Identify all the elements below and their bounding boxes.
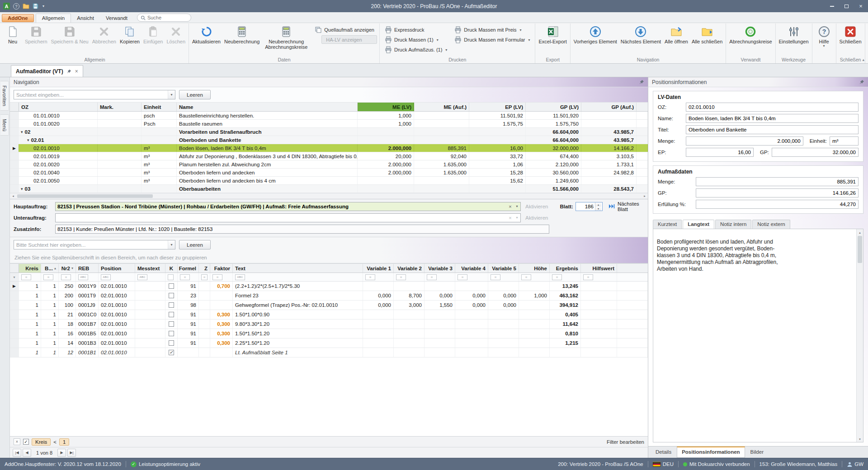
tab-langtext[interactable]: Langtext xyxy=(683,220,714,229)
checkbox-unchecked[interactable] xyxy=(169,312,174,317)
next-sheet-icon[interactable] xyxy=(608,204,615,209)
filter-cell-v2[interactable]: = xyxy=(394,273,425,281)
kopieren-button[interactable]: Kopieren xyxy=(118,24,142,56)
measure-column-header-v2[interactable]: Variable 2 xyxy=(394,264,425,273)
checkbox-unchecked[interactable] xyxy=(169,293,174,298)
alle-oeffnen-button[interactable]: Alle öffnen xyxy=(663,24,690,56)
aufmass-gp-field[interactable] xyxy=(696,188,859,197)
name-field[interactable] xyxy=(686,114,859,123)
abrechnungskreise-button[interactable]: Abrechnungskreise xyxy=(727,24,774,56)
filter-cell-v4[interactable]: = xyxy=(455,273,488,281)
filter-cell-hilfswert[interactable]: = xyxy=(581,273,617,281)
close-button[interactable]: × xyxy=(854,0,868,12)
menge-field[interactable] xyxy=(686,136,803,146)
langtext-area[interactable]: Boden profilgerecht lösen und laden, Abf… xyxy=(653,229,863,442)
scroll-up-icon[interactable]: ▴ xyxy=(857,229,863,235)
aktualisieren-button[interactable]: Aktualisieren xyxy=(190,24,222,56)
hilfe-button[interactable]: ?Hilfe▾ xyxy=(814,24,835,56)
addone-app-button[interactable]: AddOne xyxy=(2,14,34,22)
horizontal-scrollbar[interactable]: ◂ ▸ xyxy=(10,193,648,199)
nav-column-header-me-lv[interactable]: ME (LV) xyxy=(358,103,414,111)
measure-column-header-text[interactable]: Text xyxy=(233,264,363,273)
help-icon[interactable]: ? xyxy=(13,3,19,9)
measure-column-header-nr[interactable]: Nr2▾ xyxy=(59,264,76,273)
prev-record-button[interactable]: ◀ xyxy=(23,449,31,457)
measure-column-header-messtext[interactable]: Messtext xyxy=(135,264,165,273)
aufmass-menge-field[interactable] xyxy=(696,177,859,186)
expressdruck-button[interactable]: Expressdruck xyxy=(382,25,450,34)
tab-positionsinformationen[interactable]: Positionsinformationen xyxy=(677,446,745,458)
tab-notiz-intern[interactable]: Notiz intern xyxy=(715,220,751,229)
checkbox-unchecked[interactable] xyxy=(169,340,174,346)
qat-dropdown-icon[interactable]: ▾ xyxy=(42,4,44,8)
speichern-button[interactable]: Speichern xyxy=(23,24,49,56)
oz-field[interactable] xyxy=(686,103,859,112)
clear-icon[interactable]: × xyxy=(507,204,514,209)
chevron-down-icon[interactable]: ▾ xyxy=(514,216,520,220)
blatt-input[interactable] xyxy=(576,202,595,211)
filter-checkbox[interactable]: ✓ xyxy=(23,439,29,445)
scroll-down-icon[interactable]: ▾ xyxy=(857,436,863,442)
naechstes-blatt-button[interactable]: Nächstes Blatt xyxy=(618,201,644,212)
sidebar-item-menue[interactable]: Menü xyxy=(0,114,9,136)
measure-search-input[interactable] xyxy=(14,242,168,248)
nav-row-03[interactable]: ▾03Oberbauarbeiten51.566,00028.543,7 xyxy=(10,185,648,193)
navigation-clear-button[interactable]: Leeren xyxy=(179,90,211,99)
aktivieren-button[interactable]: Aktivieren xyxy=(525,204,548,209)
nav-row-02.01.0010[interactable]: ▶02.01.0010m³Boden lösen, laden BK 3/4 T… xyxy=(10,144,648,152)
navigation-search-input[interactable] xyxy=(14,92,168,98)
measure-column-header-ergebnis[interactable]: Ergebnis xyxy=(550,264,581,273)
gp-field[interactable] xyxy=(772,148,859,157)
nav-row-02[interactable]: ▾02Vorarbeiten und Straßenaufbruch66.604… xyxy=(10,128,648,136)
nav-row-02.01.0050[interactable]: 02.01.0050m³Oberboden liefern und andeck… xyxy=(10,177,648,185)
checkbox-unchecked[interactable] xyxy=(169,331,174,336)
next-record-button[interactable]: ▶ xyxy=(57,449,66,457)
chevron-down-icon[interactable]: ▾ xyxy=(514,204,520,208)
spin-down-icon[interactable]: ▾ xyxy=(595,207,601,211)
ribbon-search[interactable] xyxy=(137,14,191,22)
nav-column-header-ep-lv[interactable]: EP (LV) xyxy=(469,103,526,111)
save-icon[interactable] xyxy=(33,3,38,9)
tab-kurztext[interactable]: Kurztext xyxy=(653,220,682,229)
einfuegen-button[interactable]: Einfügen xyxy=(142,24,165,56)
tab-bilder[interactable]: Bilder xyxy=(746,446,768,458)
filter-cell-hoehe[interactable]: = xyxy=(519,273,550,281)
filter-cell-v1[interactable]: = xyxy=(363,273,394,281)
naechstes-element-button[interactable]: Nächstes Element xyxy=(619,24,663,56)
filter-cell-v3[interactable]: = xyxy=(425,273,455,281)
nav-row-02.01.0020[interactable]: 02.01.0020m³Planum herstellen zul. Abwei… xyxy=(10,160,648,169)
filter-value-chip[interactable]: 1 xyxy=(59,438,69,446)
filter-cell-reb[interactable]: ABC xyxy=(76,273,99,281)
neu-button[interactable]: Neu xyxy=(2,24,23,56)
nav-row-02.01.0019[interactable]: 02.01.0019m³Abfuhr zur Deponierung , Bod… xyxy=(10,152,648,160)
filter-edit-button[interactable]: Filter bearbeiten xyxy=(607,439,644,445)
druck-aufmasszus-button[interactable]: Druck Aufmaßzus. (1)▾ xyxy=(382,45,450,54)
measure-row-3[interactable]: 111000001J902.01.001098Gehwegformel (Tra… xyxy=(10,301,648,310)
measure-column-header-v3[interactable]: Variable 3 xyxy=(425,264,455,273)
maximize-button[interactable] xyxy=(839,0,854,12)
alle-schliessen-button[interactable]: Alle schließen xyxy=(690,24,724,56)
ha-lv-anzeigen-button[interactable]: HA-LV anzeigen xyxy=(321,35,377,44)
filter-operator[interactable]: < xyxy=(53,439,57,445)
measure-row-1[interactable]: ▶112500001Y902.01.0010910,700(2.2+1.2)/2… xyxy=(10,282,648,291)
quellaufmass-anzeigen-button[interactable]: Quellaufmaß anzeigen xyxy=(312,25,377,34)
druck-massen-button[interactable]: Druck Massen (1)▾ xyxy=(382,35,450,44)
filter-close-icon[interactable]: × xyxy=(14,438,20,445)
measure-column-header-faktor[interactable]: Faktor xyxy=(210,264,233,273)
clear-icon[interactable]: × xyxy=(507,215,514,221)
checkbox-checked[interactable]: ✓ xyxy=(169,350,174,355)
first-record-button[interactable]: |◀ xyxy=(13,449,21,457)
filter-cell-text[interactable]: ABC xyxy=(233,273,363,281)
measure-clear-button[interactable]: Leeren xyxy=(179,240,211,249)
minimize-button[interactable] xyxy=(825,0,839,12)
measure-column-header-kreis[interactable]: Kreis xyxy=(19,264,41,273)
nav-column-header-gp-lv[interactable]: GP (LV) xyxy=(526,103,581,111)
druck-massen-mit-preis-button[interactable]: Druck Massen mit Preis▾ xyxy=(452,25,533,34)
measure-row-7[interactable]: 11140001B302.01.0010910,3002.25*1.50*1.2… xyxy=(10,338,648,348)
status-user-badge[interactable]: GW xyxy=(847,461,863,467)
filter-cell-faktor[interactable]: = xyxy=(210,273,233,281)
measure-column-header-hilfswert[interactable]: Hilfswert xyxy=(581,264,617,273)
measure-row-2[interactable]: 112000001T902.01.001023Formel 230,0008,7… xyxy=(10,291,648,301)
excel-export-button[interactable]: Excel-Export xyxy=(537,24,568,56)
nav-row-02.01[interactable]: ▾02.01Oberboden und Bankette66.604,00043… xyxy=(10,136,648,144)
